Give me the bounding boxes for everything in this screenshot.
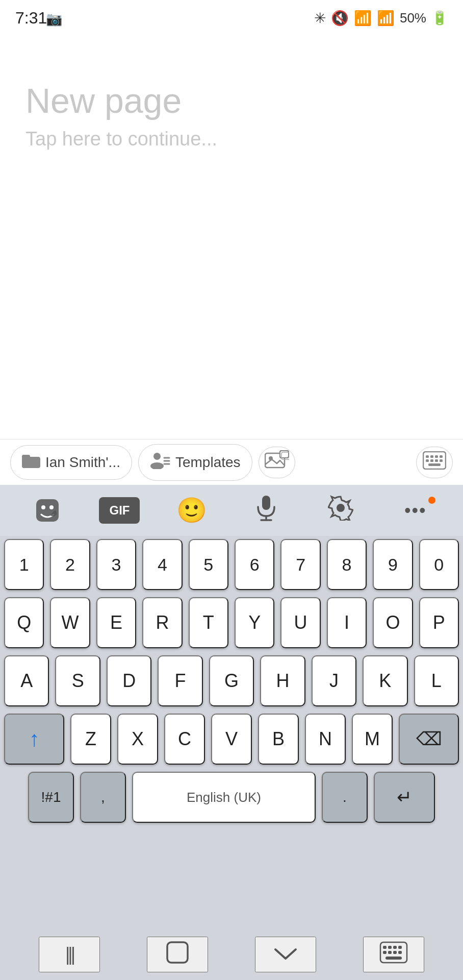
keyboard: GIF 🙂 xyxy=(0,485,463,980)
shift-arrow-icon: ↑ xyxy=(29,727,40,751)
images-icon xyxy=(265,450,289,475)
key-Z[interactable]: Z xyxy=(70,714,111,765)
back-button[interactable]: ||| xyxy=(39,937,100,972)
svg-rect-29 xyxy=(388,946,392,949)
more-dots-icon: ••• xyxy=(404,500,427,521)
key-5[interactable]: 5 xyxy=(189,539,228,590)
templates-button[interactable]: Templates xyxy=(138,444,252,481)
templates-label: Templates xyxy=(175,454,241,471)
enter-icon: ↵ xyxy=(397,787,412,808)
svg-point-25 xyxy=(337,504,345,512)
enter-key[interactable]: ↵ xyxy=(374,772,435,823)
status-time: 7:31 xyxy=(15,9,47,28)
key-P[interactable]: P xyxy=(419,597,459,648)
key-B[interactable]: B xyxy=(258,714,299,765)
svg-rect-12 xyxy=(435,455,438,458)
home-icon xyxy=(163,938,192,971)
key-I[interactable]: I xyxy=(327,597,367,648)
bottom-row: !#1,English (UK).↵ xyxy=(4,772,459,823)
emoji-icon: 🙂 xyxy=(176,496,207,525)
key-D[interactable]: D xyxy=(107,655,151,706)
asdf-row: ASDFGHJKL xyxy=(4,655,459,706)
key-T[interactable]: T xyxy=(189,597,228,648)
key-L[interactable]: L xyxy=(414,655,459,706)
signal-icon: 📶 xyxy=(377,10,395,27)
key-F[interactable]: F xyxy=(158,655,202,706)
svg-point-21 xyxy=(49,505,54,509)
svg-point-3 xyxy=(150,462,164,469)
key-3[interactable]: 3 xyxy=(96,539,136,590)
key-V[interactable]: V xyxy=(211,714,252,765)
notebook-button[interactable]: Ian Smith'... xyxy=(10,445,132,480)
settings-icon xyxy=(328,495,353,526)
settings-button[interactable] xyxy=(318,493,364,528)
svg-point-2 xyxy=(153,453,161,460)
backspace-key[interactable]: ⌫ xyxy=(399,714,459,765)
key-rows: 1234567890 QWERTYUIOP ASDFGHJKL ↑ZXCVBNM… xyxy=(0,536,463,826)
key-4[interactable]: 4 xyxy=(142,539,182,590)
recents-button[interactable] xyxy=(255,937,316,972)
key-W[interactable]: W xyxy=(50,597,90,648)
key-2[interactable]: 2 xyxy=(50,539,90,590)
page-title: New page xyxy=(25,82,438,120)
svg-rect-11 xyxy=(430,455,433,458)
key-8[interactable]: 8 xyxy=(327,539,367,590)
svg-rect-13 xyxy=(440,455,443,458)
key-R[interactable]: R xyxy=(142,597,182,648)
svg-rect-16 xyxy=(435,459,438,462)
key-O[interactable]: O xyxy=(373,597,413,648)
svg-rect-32 xyxy=(383,951,387,954)
key-U[interactable]: U xyxy=(280,597,320,648)
home-button[interactable] xyxy=(147,937,208,972)
key-K[interactable]: K xyxy=(363,655,407,706)
key-A[interactable]: A xyxy=(4,655,49,706)
templates-icon xyxy=(150,452,170,473)
key-7[interactable]: 7 xyxy=(280,539,320,590)
gif-button[interactable]: GIF xyxy=(99,497,140,524)
comma-key[interactable]: , xyxy=(80,772,126,823)
key-M[interactable]: M xyxy=(352,714,393,765)
svg-rect-10 xyxy=(426,455,429,458)
mic-icon xyxy=(256,495,276,526)
notebook-icon xyxy=(22,453,40,472)
key-C[interactable]: C xyxy=(164,714,205,765)
svg-rect-15 xyxy=(430,459,433,462)
svg-rect-17 xyxy=(440,459,443,462)
notebook-label: Ian Smith'... xyxy=(45,454,120,471)
key-G[interactable]: G xyxy=(209,655,254,706)
key-N[interactable]: N xyxy=(305,714,346,765)
key-X[interactable]: X xyxy=(117,714,158,765)
key-Q[interactable]: Q xyxy=(4,597,44,648)
shift-key[interactable]: ↑ xyxy=(4,714,64,765)
mic-button[interactable] xyxy=(243,493,289,528)
stickers-button[interactable] xyxy=(24,493,70,528)
images-button[interactable] xyxy=(259,447,295,478)
space-key[interactable]: English (UK) xyxy=(132,772,316,823)
keyboard-button[interactable] xyxy=(416,447,453,478)
recents-icon xyxy=(273,943,298,966)
svg-rect-1 xyxy=(22,455,30,459)
more-button[interactable]: ••• xyxy=(393,493,439,528)
emoji-button[interactable]: 🙂 xyxy=(169,493,215,528)
qwerty-row: QWERTYUIOP xyxy=(4,597,459,648)
key-J[interactable]: J xyxy=(312,655,356,706)
zxcv-row: ↑ZXCVBNM⌫ xyxy=(4,714,459,765)
period-key[interactable]: . xyxy=(322,772,368,823)
key-E[interactable]: E xyxy=(96,597,136,648)
key-0[interactable]: 0 xyxy=(419,539,459,590)
svg-rect-18 xyxy=(428,463,441,466)
gif-label: GIF xyxy=(109,503,130,518)
main-content[interactable]: New page Tap here to continue... xyxy=(0,36,463,444)
key-Y[interactable]: Y xyxy=(235,597,274,648)
key-H[interactable]: H xyxy=(260,655,305,706)
back-icon: ||| xyxy=(65,944,73,965)
key-1[interactable]: 1 xyxy=(4,539,44,590)
bottom-nav: ||| xyxy=(0,929,463,980)
svg-rect-19 xyxy=(36,499,59,522)
key-S[interactable]: S xyxy=(55,655,100,706)
special-chars-key[interactable]: !#1 xyxy=(28,772,74,823)
keyboard-nav-button[interactable] xyxy=(363,937,424,972)
key-9[interactable]: 9 xyxy=(373,539,413,590)
svg-rect-22 xyxy=(262,496,270,510)
key-6[interactable]: 6 xyxy=(235,539,274,590)
